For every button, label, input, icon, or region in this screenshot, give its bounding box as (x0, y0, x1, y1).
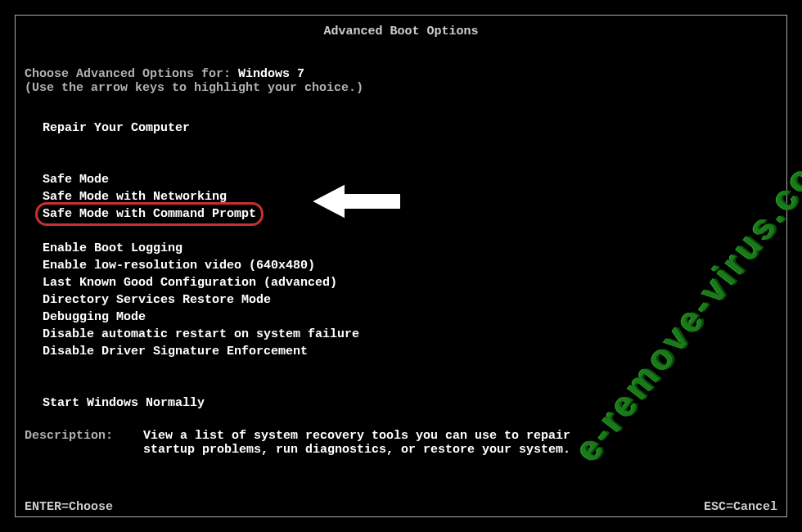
footer-enter: ENTER=Choose (25, 500, 113, 514)
menu-item-lkgc[interactable]: Last Known Good Configuration (advanced) (43, 274, 359, 291)
footer-esc: ESC=Cancel (704, 500, 777, 514)
intro-hint: (Use the arrow keys to highlight your ch… (25, 81, 363, 95)
intro-prefix: Choose Advanced Options for: (25, 67, 238, 81)
description-label: Description: (25, 429, 136, 443)
menu-item-boot-logging[interactable]: Enable Boot Logging (43, 240, 359, 257)
menu-item-start-normal[interactable]: Start Windows Normally (43, 394, 359, 412)
boot-menu[interactable]: Repair Your Computer Safe Mode Safe Mode… (43, 119, 359, 412)
menu-item-repair[interactable]: Repair Your Computer (43, 119, 359, 137)
menu-item-dsrm[interactable]: Directory Services Restore Mode (43, 291, 359, 309)
menu-item-safe-mode-cmd-label: Safe Mode with Command Prompt (43, 207, 256, 221)
menu-item-no-auto-restart[interactable]: Disable automatic restart on system fail… (43, 326, 359, 343)
menu-item-debug[interactable]: Debugging Mode (43, 309, 359, 326)
menu-item-low-res[interactable]: Enable low-resolution video (640x480) (43, 257, 359, 274)
page-title: Advanced Boot Options (0, 25, 802, 38)
description-block: Description: View a list of system recov… (25, 429, 602, 457)
menu-item-no-driver-sig[interactable]: Disable Driver Signature Enforcement (43, 343, 359, 360)
menu-item-safe-mode-cmd[interactable]: Safe Mode with Command Prompt (43, 205, 256, 223)
intro-block: Choose Advanced Options for: Windows 7 (… (25, 67, 363, 95)
menu-item-safe-mode-networking[interactable]: Safe Mode with Networking (43, 188, 359, 205)
menu-item-safe-mode[interactable]: Safe Mode (43, 171, 359, 188)
description-text: View a list of system recovery tools you… (143, 429, 602, 457)
footer-bar: ENTER=Choose ESC=Cancel (25, 500, 777, 514)
os-name: Windows 7 (238, 67, 304, 81)
